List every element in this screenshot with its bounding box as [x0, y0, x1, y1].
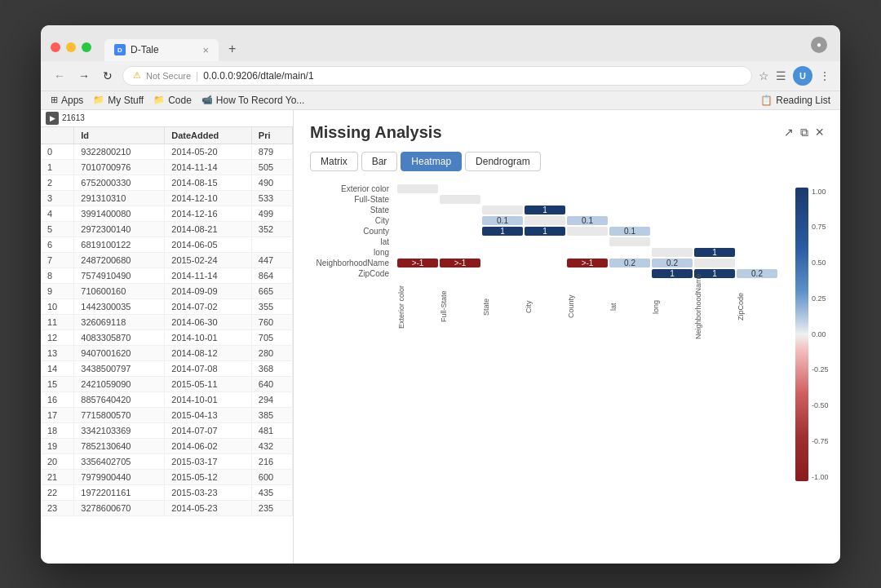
copy-icon[interactable]: ⧉ — [800, 126, 808, 139]
cell-lo-st — [482, 248, 523, 257]
table-row: 18 3342103369 2014-07-07 481 — [41, 422, 293, 438]
cell-id: 9407001620 — [74, 345, 165, 360]
tab-bar: D D-Tale × + — [104, 37, 244, 61]
cell-nn-lo: 0.2 — [652, 259, 693, 267]
browser-tab[interactable]: D D-Tale × — [104, 39, 219, 61]
minimize-dot[interactable] — [66, 42, 76, 52]
window-menu-button[interactable]: ● — [811, 37, 827, 53]
table-row: 22 1972201161 2015-03-23 435 — [41, 484, 293, 500]
cell-ec-ec — [397, 184, 438, 193]
cell-fs-co — [567, 195, 608, 204]
new-tab-button[interactable]: + — [220, 37, 244, 61]
cell-lo-ec — [397, 248, 438, 257]
bookmark-howto[interactable]: 📹 How To Record Yo... — [201, 95, 305, 106]
cell-fs-fs — [440, 195, 480, 204]
cell-st-la — [609, 206, 650, 214]
scale-tick-labels: 1.00 0.75 0.50 0.25 0.00 -0.25 -0.50 -0.… — [812, 188, 829, 481]
cell-zc-la — [609, 269, 650, 278]
bookmark-code-label: Code — [168, 95, 192, 106]
cell-st-nn — [694, 206, 735, 214]
bookmark-apps[interactable]: ⊞ Apps — [51, 95, 83, 106]
address-input[interactable]: ⚠ Not Secure | 0.0.0.0:9206/dtale/main/1 — [122, 66, 752, 86]
col-header-id[interactable]: Id — [74, 127, 165, 144]
data-table-wrapper: ▶ 21613 Id DateAdded Pri 0 9322800210 20… — [41, 110, 294, 564]
cell-zc-ec — [397, 269, 438, 278]
cell-nn-ec: >-1 — [397, 259, 438, 267]
maximize-dot[interactable] — [82, 42, 91, 52]
cell-index: 20 — [41, 453, 74, 469]
close-dot[interactable] — [51, 42, 60, 52]
tab-matrix[interactable]: Matrix — [310, 152, 358, 171]
cell-la-ec — [397, 237, 438, 246]
cell-ec-fs — [440, 184, 480, 193]
cell-id: 1442300035 — [74, 298, 165, 314]
col-label-empty — [310, 280, 396, 337]
table-row: 13 9407001620 2014-08-12 280 — [41, 345, 293, 360]
row-label-lat: lat — [310, 237, 396, 246]
cell-index: 16 — [41, 391, 74, 407]
reading-list-icon: 📋 — [760, 95, 773, 106]
profile-avatar[interactable]: U — [793, 66, 812, 86]
cell-price: 294 — [251, 391, 292, 407]
col-label-ec: Exterior color — [397, 280, 438, 337]
cell-ec-la — [609, 184, 650, 193]
cell-fs-zc — [737, 195, 777, 204]
bookmark-star-icon[interactable]: ☆ — [759, 69, 769, 82]
external-link-icon[interactable]: ↗ — [784, 126, 794, 139]
cell-ci-st: 0.1 — [482, 216, 523, 225]
cell-price: 499 — [251, 206, 292, 221]
row-label-city: City — [310, 216, 396, 225]
cell-ec-zc — [737, 184, 777, 193]
cell-price: 505 — [251, 159, 292, 175]
reading-list-button[interactable]: 📋 Reading List — [760, 95, 830, 106]
cell-nn-zc — [737, 259, 777, 267]
refresh-button[interactable]: ↻ — [100, 68, 116, 84]
col-header-price[interactable]: Pri — [251, 127, 292, 144]
cell-zc-ci — [525, 269, 565, 278]
cell-ec-st — [482, 184, 523, 193]
cell-index: 7 — [41, 252, 74, 267]
cell-nn-ci — [525, 259, 565, 267]
cell-fs-lo — [652, 195, 693, 204]
table-row: 4 3991400080 2014-12-16 499 — [41, 206, 293, 221]
bookmark-my-stuff[interactable]: 📁 My Stuff — [93, 95, 144, 106]
col-label-zc: ZipCode — [737, 280, 777, 337]
tab-bar[interactable]: Bar — [361, 152, 398, 171]
cell-id: 7979900440 — [74, 469, 165, 484]
col-header-date[interactable]: DateAdded — [165, 127, 252, 144]
cell-id: 9322800210 — [74, 144, 165, 159]
back-button[interactable]: ← — [51, 68, 69, 84]
browser-menu-icon[interactable]: ⋮ — [819, 69, 830, 82]
tab-heatmap[interactable]: Heatmap — [401, 152, 462, 171]
cell-price: 385 — [251, 407, 292, 422]
table-row: 5 2972300140 2014-08-21 352 — [41, 221, 293, 237]
tab-dendrogram[interactable]: Dendrogram — [465, 152, 541, 171]
bookmark-code[interactable]: 📁 Code — [153, 95, 192, 106]
close-panel-button[interactable]: × — [815, 124, 824, 141]
expand-button[interactable]: ▶ — [46, 112, 59, 125]
panel-actions: ↗ ⧉ × — [784, 124, 824, 141]
cell-st-st — [482, 206, 523, 214]
reading-list-label: Reading List — [776, 95, 830, 106]
cell-st-ec — [397, 206, 438, 214]
cell-date: 2014-12-16 — [165, 206, 252, 221]
cell-id: 2421059090 — [74, 376, 165, 391]
cell-ec-co — [567, 184, 608, 193]
cell-co-zc — [737, 227, 777, 236]
col-label-st: State — [482, 280, 523, 337]
cell-date: 2014-08-21 — [165, 221, 252, 237]
cell-date: 2015-04-13 — [165, 407, 252, 422]
tab-close-button[interactable]: × — [202, 44, 209, 56]
reader-mode-icon[interactable]: ☰ — [776, 69, 786, 82]
col-label-nn: NeighborhoodName — [694, 280, 735, 337]
scale-label-n025: -0.25 — [812, 365, 829, 374]
cell-id: 3438500797 — [74, 360, 165, 376]
forward-button[interactable]: → — [75, 68, 93, 84]
cell-id: 291310310 — [74, 190, 165, 206]
cell-fs-ci — [525, 195, 565, 204]
cell-id: 6752000330 — [74, 175, 165, 190]
table-row: 11 326069118 2014-06-30 760 — [41, 314, 293, 329]
not-secure-label: Not Secure — [146, 71, 191, 81]
col-header-index[interactable] — [41, 127, 74, 144]
analysis-panel: Missing Analysis ↗ ⧉ × Matrix Bar Heatma… — [294, 110, 840, 564]
